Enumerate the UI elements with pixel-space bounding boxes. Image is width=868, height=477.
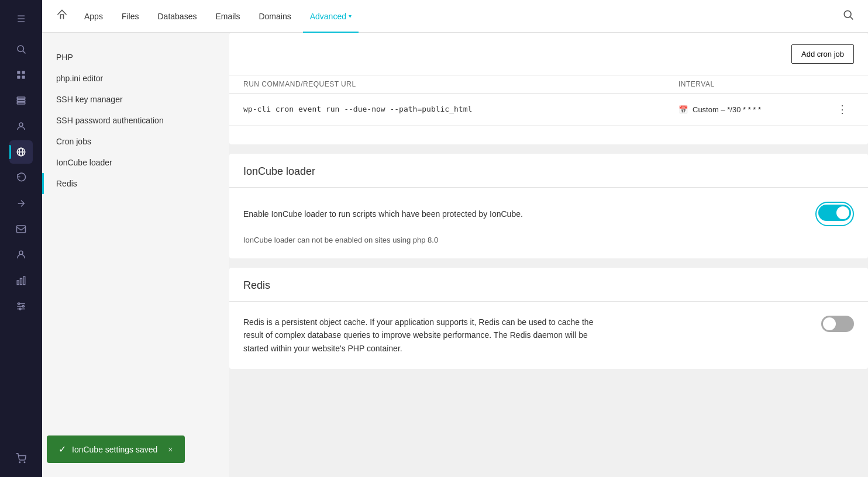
sidebar-apps-icon[interactable]: [9, 63, 33, 87]
svg-line-1: [23, 51, 25, 53]
svg-point-25: [24, 462, 25, 463]
svg-point-23: [19, 308, 21, 310]
svg-point-14: [19, 251, 23, 254]
left-nav-phpini[interactable]: php.ini editor: [42, 68, 229, 89]
nav-files-label: Files: [122, 12, 139, 21]
sidebar-email-icon[interactable]: [9, 217, 33, 241]
cron-interval-text: Custom – */30 * * * *: [693, 105, 761, 114]
nav-apps[interactable]: Apps: [77, 0, 110, 33]
svg-point-24: [19, 462, 20, 463]
topnav-search-button[interactable]: [842, 9, 854, 23]
toast-message: IonCube settings saved: [72, 445, 157, 454]
cron-interval-cell: 📅 Custom – */30 * * * *: [678, 105, 831, 114]
redis-title: Redis: [229, 268, 868, 302]
ioncube-title: IonCube loader: [229, 154, 868, 188]
svg-rect-15: [17, 281, 19, 285]
ioncube-toggle-switch[interactable]: [818, 205, 851, 221]
svg-rect-3: [22, 71, 25, 74]
nav-advanced-label: Advanced: [310, 12, 346, 21]
redis-section: Redis Redis is a persistent object cache…: [229, 268, 868, 369]
redis-toggle-knob: [823, 317, 836, 330]
redis-toggle-switch[interactable]: [821, 316, 854, 332]
sidebar: ☰: [0, 0, 42, 477]
redis-toggle[interactable]: [821, 316, 854, 334]
toggle-knob: [836, 206, 849, 219]
sidebar-menu-icon[interactable]: ☰: [9, 7, 33, 30]
column-command-label: RUN COMMAND/REQUEST URL: [243, 80, 678, 88]
sidebar-chart-icon[interactable]: [9, 269, 33, 292]
ioncube-toggle-row: Enable IonCube loader to run scripts whi…: [243, 202, 854, 226]
calendar-icon: 📅: [678, 105, 688, 114]
svg-rect-5: [22, 76, 25, 79]
svg-point-22: [22, 306, 24, 307]
svg-point-0: [18, 46, 24, 52]
nav-domains[interactable]: Domains: [252, 0, 298, 33]
ioncube-body: Enable IonCube loader to run scripts whi…: [229, 188, 868, 258]
topnav: Apps Files Databases Emails Domains Adva…: [42, 0, 868, 33]
ioncube-note: IonCube loader can not be enabled on sit…: [243, 236, 854, 244]
svg-rect-8: [17, 102, 25, 104]
ioncube-toggle[interactable]: [815, 202, 854, 226]
svg-rect-16: [20, 278, 22, 285]
redis-description: Redis is a persistent object cache. If y…: [243, 316, 594, 355]
cron-job-row: wp-cli cron event run --due-now --path=p…: [229, 94, 868, 126]
redis-toggle-row: Redis is a persistent object cache. If y…: [243, 316, 854, 355]
svg-line-27: [850, 17, 853, 20]
sidebar-globe-icon[interactable]: [9, 140, 33, 164]
nav-emails-label: Emails: [215, 12, 240, 21]
left-nav-redis[interactable]: Redis: [42, 173, 229, 194]
content-area: PHP php.ini editor SSH key manager SSH p…: [42, 33, 868, 477]
left-nav-php[interactable]: PHP: [42, 47, 229, 68]
left-nav-cron-jobs[interactable]: Cron jobs: [42, 131, 229, 152]
toast-notification: ✓ IonCube settings saved ×: [47, 435, 185, 463]
left-nav-ssh-password[interactable]: SSH password authentication: [42, 110, 229, 131]
left-nav-ssh-key[interactable]: SSH key manager: [42, 89, 229, 110]
cron-jobs-header: Add cron job: [229, 33, 868, 75]
toast-close-button[interactable]: ×: [168, 445, 173, 454]
toast-check-icon: ✓: [58, 444, 66, 455]
sidebar-person-icon[interactable]: [9, 243, 33, 267]
sidebar-refresh-icon[interactable]: [9, 166, 33, 189]
sidebar-user-icon[interactable]: [9, 115, 33, 138]
sidebar-settings-icon[interactable]: [9, 295, 33, 318]
sidebar-cart-icon[interactable]: [9, 447, 33, 470]
nav-files[interactable]: Files: [115, 0, 146, 33]
redis-body: Redis is a persistent object cache. If y…: [229, 302, 868, 369]
sidebar-list-icon[interactable]: [9, 89, 33, 112]
chevron-down-icon: ▾: [349, 13, 352, 19]
svg-rect-17: [23, 276, 25, 285]
svg-point-26: [844, 11, 851, 18]
nav-apps-label: Apps: [84, 12, 103, 21]
nav-emails[interactable]: Emails: [208, 0, 247, 33]
menu-lines-icon: ☰: [17, 13, 25, 25]
column-interval-label: INTERVAL: [678, 80, 831, 88]
svg-rect-6: [17, 97, 25, 99]
sidebar-search-icon[interactable]: [9, 37, 33, 61]
nav-databases[interactable]: Databases: [150, 0, 204, 33]
nav-databases-label: Databases: [157, 12, 197, 21]
svg-point-9: [19, 123, 23, 126]
ioncube-section: IonCube loader Enable IonCube loader to …: [229, 154, 868, 258]
home-button[interactable]: [56, 9, 68, 23]
cron-table-header: RUN COMMAND/REQUEST URL INTERVAL: [229, 75, 868, 94]
svg-rect-4: [17, 76, 20, 79]
svg-rect-7: [17, 100, 25, 102]
left-nav: PHP php.ini editor SSH key manager SSH p…: [42, 33, 229, 477]
ioncube-description: Enable IonCube loader to run scripts whi…: [243, 209, 523, 219]
cron-jobs-section: Add cron job RUN COMMAND/REQUEST URL INT…: [229, 33, 868, 144]
main-content: Add cron job RUN COMMAND/REQUEST URL INT…: [229, 33, 868, 477]
cron-command-text: wp-cli cron event run --due-now --path=p…: [243, 105, 678, 114]
nav-advanced[interactable]: Advanced ▾: [303, 0, 359, 33]
svg-rect-13: [17, 226, 26, 233]
sidebar-import-icon[interactable]: [9, 192, 33, 215]
main-area: Apps Files Databases Emails Domains Adva…: [42, 0, 868, 477]
cron-more-options-button[interactable]: ⋮: [831, 103, 854, 116]
svg-point-21: [18, 303, 20, 305]
svg-rect-2: [17, 71, 20, 74]
add-cron-job-button[interactable]: Add cron job: [791, 44, 854, 64]
left-nav-ioncube[interactable]: IonCube loader: [42, 152, 229, 173]
nav-domains-label: Domains: [259, 12, 291, 21]
